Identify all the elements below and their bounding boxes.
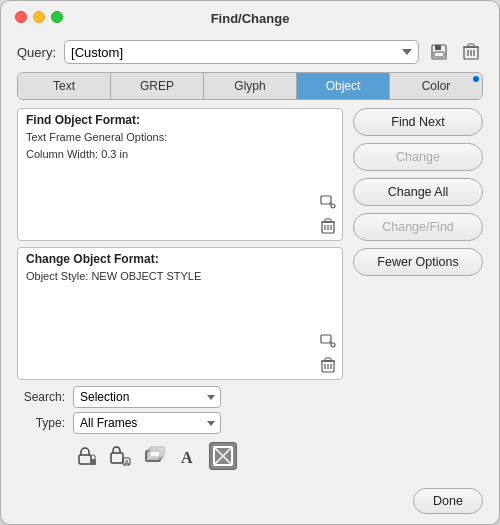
type-row: Type: All Frames Text Frames Graphic Fra… (17, 412, 343, 434)
change-format-line1: Object Style: NEW OBJECT STYLE (26, 268, 334, 285)
change-format-content: Object Style: NEW OBJECT STYLE (26, 268, 334, 285)
svg-point-19 (331, 343, 335, 347)
svg-rect-34 (150, 447, 164, 457)
change-format-clear-button[interactable] (318, 355, 338, 375)
change-all-button[interactable]: Change All (353, 178, 483, 206)
tools-row: A A (17, 442, 343, 470)
query-label: Query: (17, 45, 56, 60)
close-button[interactable] (15, 11, 27, 23)
minimize-button[interactable] (33, 11, 45, 23)
find-format-section: Find Object Format: Text Frame General O… (17, 108, 343, 241)
svg-point-10 (331, 204, 335, 208)
query-row: Query: [Custom] (17, 40, 483, 64)
svg-rect-17 (325, 219, 331, 222)
search-select[interactable]: Selection Document All Documents Story (73, 386, 221, 408)
stack-icon[interactable] (141, 442, 169, 470)
find-format-search-button[interactable] (318, 192, 338, 212)
text-tool-icon[interactable]: A (175, 442, 203, 470)
footer: Done (1, 482, 499, 524)
change-format-icons (318, 331, 338, 375)
left-panel: Find Object Format: Text Frame General O… (17, 108, 343, 470)
find-format-label: Find Object Format: (26, 113, 334, 127)
svg-rect-26 (325, 358, 331, 361)
tab-grep[interactable]: GREP (111, 73, 204, 99)
type-select[interactable]: All Frames Text Frames Graphic Frames (73, 412, 221, 434)
svg-rect-27 (79, 455, 91, 464)
maximize-button[interactable] (51, 11, 63, 23)
content-area: Query: [Custom] (1, 32, 499, 482)
find-format-icons (318, 192, 338, 236)
right-panel: Find Next Change Change All Change/Find … (353, 108, 483, 470)
svg-rect-1 (435, 45, 441, 50)
find-format-clear-button[interactable] (318, 216, 338, 236)
search-row: Search: Selection Document All Documents… (17, 386, 343, 408)
change-button[interactable]: Change (353, 143, 483, 171)
frame-tool-icon[interactable] (209, 442, 237, 470)
tab-glyph[interactable]: Glyph (204, 73, 297, 99)
find-next-button[interactable]: Find Next (353, 108, 483, 136)
change-format-search-button[interactable] (318, 331, 338, 351)
find-change-window: Find/Change Query: [Custom] (0, 0, 500, 525)
fewer-options-button[interactable]: Fewer Options (353, 248, 483, 276)
tabs: Text GREP Glyph Object Color (17, 72, 483, 100)
tab-color[interactable]: Color (390, 73, 482, 99)
svg-text:A: A (181, 449, 193, 466)
main-area: Find Object Format: Text Frame General O… (17, 108, 483, 470)
window-title: Find/Change (211, 11, 290, 26)
svg-text:A: A (124, 458, 130, 467)
tab-text[interactable]: Text (18, 73, 111, 99)
title-bar: Find/Change (1, 1, 499, 32)
svg-rect-29 (111, 453, 123, 463)
traffic-lights (15, 11, 63, 23)
svg-rect-8 (468, 44, 474, 47)
search-label: Search: (17, 390, 65, 404)
change-format-section: Change Object Format: Object Style: NEW … (17, 247, 343, 380)
svg-rect-2 (434, 52, 444, 57)
delete-query-button[interactable] (459, 40, 483, 64)
lock-text-icon[interactable]: A (107, 442, 135, 470)
bottom-section: Search: Selection Document All Documents… (17, 386, 343, 470)
type-label: Type: (17, 416, 65, 430)
tab-object[interactable]: Object (297, 73, 390, 99)
change-find-button[interactable]: Change/Find (353, 213, 483, 241)
find-format-content: Text Frame General Options: Column Width… (26, 129, 334, 162)
find-format-line2: Column Width: 0.3 in (26, 146, 334, 163)
change-format-label: Change Object Format: (26, 252, 334, 266)
lock-frame-icon[interactable] (73, 442, 101, 470)
save-query-button[interactable] (427, 40, 451, 64)
svg-rect-28 (90, 459, 96, 465)
find-format-line1: Text Frame General Options: (26, 129, 334, 146)
done-button[interactable]: Done (413, 488, 483, 514)
query-select[interactable]: [Custom] (64, 40, 419, 64)
